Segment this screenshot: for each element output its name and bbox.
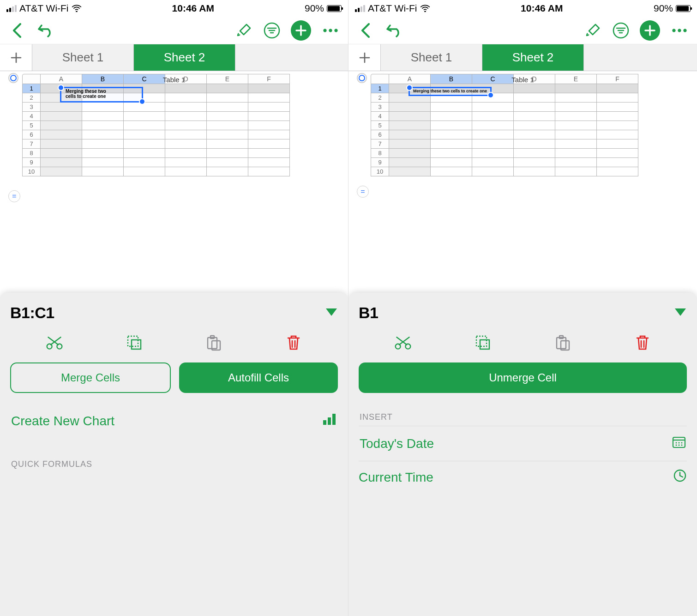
svg-point-48 [679,442,680,444]
format-brush-button[interactable] [584,22,602,39]
add-sheet-button[interactable] [348,44,381,71]
row-header-6[interactable]: 6 [371,130,389,139]
row-header-4[interactable]: 4 [22,112,41,121]
create-chart-button[interactable]: Create New Chart [10,404,338,437]
add-button[interactable] [640,20,660,41]
quick-formulas-label: QUICK FORMULAS [10,454,338,473]
formula-button[interactable]: = [357,186,369,198]
row-header-7[interactable]: 7 [371,139,389,149]
sheet-tab-1[interactable]: Sheet 1 [32,44,134,71]
battery-pct-label: 90% [305,3,324,14]
svg-point-50 [676,445,677,446]
wifi-icon [72,5,82,12]
row-header-10[interactable]: 10 [371,167,389,176]
battery-pct-label: 90% [654,3,673,14]
svg-point-30 [673,29,675,31]
svg-marker-11 [326,308,337,316]
panel-collapse-button[interactable] [674,308,687,319]
battery-icon [676,5,691,12]
chart-icon [322,413,337,429]
status-bar: AT&T Wi-Fi 10:46 AM 90% [0,0,348,17]
svg-point-6 [324,29,326,31]
more-button[interactable] [670,22,689,39]
svg-point-31 [678,29,681,31]
insert-todays-date[interactable]: Today's Date [359,426,687,461]
row-header-3[interactable]: 3 [371,103,389,112]
cell-action-panel: B1:C1 Merge Cells Autofill Cells Create … [0,293,348,616]
svg-point-52 [681,445,683,446]
unmerge-cell-button[interactable]: Unmerge Cell [359,362,687,393]
clock-icon [673,469,687,486]
cell-signal-icon [355,5,365,12]
selected-cell-text: Merging these two cells to create one [64,88,119,100]
row-header-5[interactable]: 5 [371,121,389,130]
cell-reference: B1 [359,304,378,322]
svg-rect-22 [328,417,331,425]
undo-button[interactable] [36,22,54,39]
paste-button[interactable] [205,334,222,351]
cell-reference: B1:C1 [10,304,54,322]
copy-button[interactable] [474,334,492,351]
right-screen: AT&T Wi-Fi 10:46 AM 90% Sheet 1 Sheet 2 … [348,0,697,616]
cell-signal-icon [6,5,17,12]
toolbar [0,17,348,44]
selection-handle-tl[interactable] [58,85,64,91]
svg-rect-17 [132,340,141,349]
autofill-cells-button[interactable]: Autofill Cells [179,362,338,393]
wifi-icon [420,5,430,12]
row-header-3[interactable]: 3 [22,103,41,112]
status-bar: AT&T Wi-Fi 10:46 AM 90% [348,0,697,17]
svg-rect-16 [128,336,138,346]
sort-filter-button[interactable] [612,22,630,39]
delete-button[interactable] [285,334,302,351]
left-screen: AT&T Wi-Fi 10:46 AM 90% [0,0,348,616]
svg-point-7 [329,29,332,31]
more-button[interactable] [321,22,340,39]
add-sheet-button[interactable] [0,44,32,71]
sheet-tab-2[interactable]: Sheet 2 [482,44,584,71]
row-header-8[interactable]: 8 [371,149,389,158]
row-header-10[interactable]: 10 [22,167,41,176]
panel-collapse-button[interactable] [325,308,338,319]
svg-point-47 [676,442,677,444]
svg-point-49 [681,442,683,444]
svg-marker-35 [675,308,686,316]
copy-button[interactable] [126,334,143,351]
delete-button[interactable] [634,334,651,351]
row-header-9[interactable]: 9 [371,158,389,167]
row-header-9[interactable]: 9 [22,158,41,167]
carrier-label: AT&T Wi-Fi [368,3,417,14]
sheet-tab-2[interactable]: Sheet 2 [134,44,235,71]
row-header-2[interactable]: 2 [371,93,389,103]
cut-button[interactable] [394,334,412,351]
undo-button[interactable] [385,22,402,39]
selection-handle-br[interactable] [139,98,145,105]
cell-action-panel: B1 Unmerge Cell INSERT Today's Date Curr… [348,293,697,616]
row-header-5[interactable]: 5 [22,121,41,130]
row-header-4[interactable]: 4 [371,112,389,121]
clock-label: 10:46 AM [172,3,214,14]
cut-button[interactable] [46,334,63,351]
row-header-2[interactable]: 2 [22,93,41,103]
clock-label: 10:46 AM [521,3,563,14]
sheet-tab-bar: Sheet 1 Sheet 2 [0,44,348,71]
insert-current-time[interactable]: Current Time [359,461,687,486]
add-button[interactable] [291,20,311,41]
paste-button[interactable] [554,334,571,351]
row-header-7[interactable]: 7 [22,139,41,149]
row-header-8[interactable]: 8 [22,149,41,158]
table-title: Table 1 [0,71,348,85]
svg-rect-21 [323,420,326,425]
merge-cells-button[interactable]: Merge Cells [10,362,171,393]
back-button[interactable] [8,22,26,39]
sort-filter-button[interactable] [263,22,281,39]
row-header-1[interactable]: 1 [371,84,389,93]
battery-icon [327,5,342,12]
formula-button[interactable]: = [8,190,20,202]
format-brush-button[interactable] [235,22,253,39]
row-header-1[interactable]: 1 [22,84,41,93]
back-button[interactable] [357,22,374,39]
row-header-6[interactable]: 6 [22,130,41,139]
sheet-tab-1[interactable]: Sheet 1 [381,44,482,71]
selected-cell-text: Merging these two cells to create one [411,88,493,95]
